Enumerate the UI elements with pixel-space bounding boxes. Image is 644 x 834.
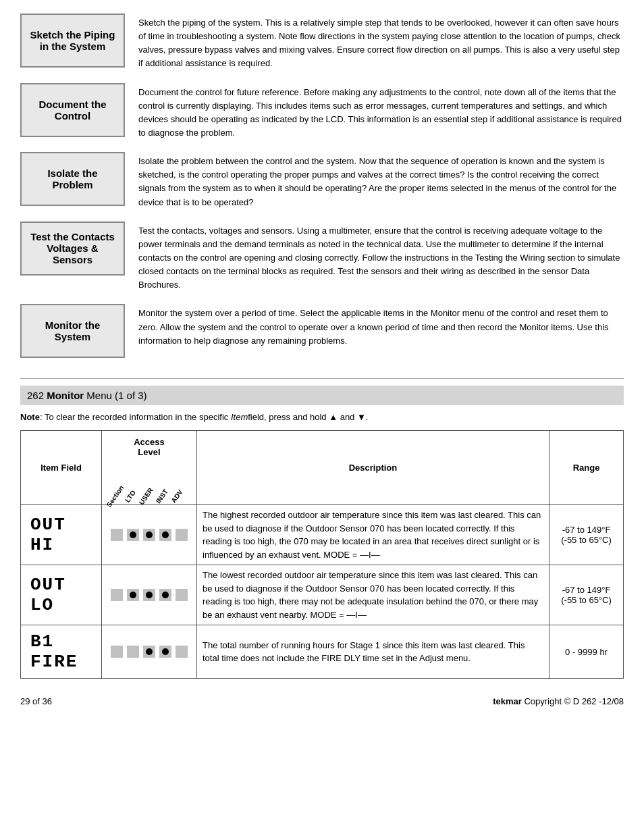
lcd-cell-1: OUT LO [21, 565, 102, 625]
th-item-field: Item Field [21, 431, 102, 505]
access-col-1-row-0 [127, 529, 139, 541]
dot-empty [130, 648, 136, 655]
access-col-2-row-0 [143, 529, 155, 541]
step-row-sketch: Sketch the Piping in the SystemSketch th… [20, 14, 624, 71]
step-box-sketch: Sketch the Piping in the System [20, 14, 125, 68]
monitor-page-num: 262 [27, 390, 44, 401]
desc-cell-1: The lowest recorded outdoor air temperat… [197, 565, 549, 625]
section-divider [20, 378, 624, 379]
steps-section: Sketch the Piping in the SystemSketch th… [20, 14, 624, 358]
dot-empty [113, 648, 120, 655]
range-cell-2: 0 - 9999 hr [549, 625, 624, 679]
step-box-isolate: Isolate the Problem [20, 152, 125, 206]
th-description: Description [197, 431, 549, 505]
access-cell-2 [102, 625, 197, 679]
dot-filled [130, 531, 136, 538]
lcd-cell-2: B1 FIRE [21, 625, 102, 679]
access-col-3-row-0 [159, 529, 171, 541]
step-row-document: Document the ControlDocument the control… [20, 83, 624, 140]
diag-label-inst: INST [155, 488, 169, 504]
diag-wrapper-lto: LTO [127, 458, 140, 498]
dot-filled [146, 648, 153, 655]
note-label: Note [20, 412, 40, 422]
diag-wrapper-section: Section [111, 458, 125, 498]
diag-wrapper-user: USER [142, 458, 156, 498]
step-row-monitor: Monitor the SystemMonitor the system ove… [20, 304, 624, 358]
dot-filled [146, 531, 153, 538]
step-text-isolate: Isolate the problem between the control … [138, 152, 624, 209]
monitor-title-suffix: Menu (1 of 3) [86, 390, 146, 401]
step-box-monitor: Monitor the System [20, 304, 125, 358]
lcd-text-2: B1 FIRE [26, 629, 96, 675]
access-cell-0 [102, 505, 197, 565]
dot-empty [113, 592, 120, 598]
lcd-text-1: OUT LO [26, 572, 96, 618]
access-col-2-row-2 [143, 646, 155, 658]
dot-filled [162, 592, 169, 598]
step-box-document: Document the Control [20, 83, 125, 137]
diag-labels-row: SectionLTOUSERINSTADV [107, 457, 191, 501]
monitor-section: 262 Monitor Menu (1 of 3) Note: To clear… [20, 378, 624, 679]
dot-empty [178, 648, 185, 655]
dot-filled [162, 648, 169, 655]
note-text: : To clear the recorded information in t… [40, 412, 228, 422]
table-body: OUT HIThe highest recorded outdoor air t… [21, 505, 624, 679]
step-text-sketch: Sketch the piping of the system. This is… [138, 14, 624, 71]
step-row-test: Test the Contacts Voltages & SensorsTest… [20, 221, 624, 292]
access-col-4-row-1 [176, 589, 188, 601]
range-label: Range [573, 463, 600, 473]
access-cell-1 [102, 565, 197, 625]
step-text-document: Document the control for future referenc… [138, 83, 624, 140]
note-item: Item [231, 412, 248, 422]
table-row: OUT LOThe lowest recorded outdoor air te… [21, 565, 624, 625]
range-cell-1: -67 to 149°F (-55 to 65°C) [549, 565, 624, 625]
step-box-test: Test the Contacts Voltages & Sensors [20, 221, 125, 276]
diag-wrapper-adv: ADV [173, 458, 187, 498]
access-col-1-row-1 [127, 589, 139, 601]
lcd-cell-0: OUT HI [21, 505, 102, 565]
dot-empty [178, 531, 185, 538]
step-row-isolate: Isolate the ProblemIsolate the problem b… [20, 152, 624, 209]
dots-row-0 [107, 529, 191, 541]
access-col-4-row-2 [176, 646, 188, 658]
access-col-0-row-1 [111, 589, 123, 601]
dots-row-1 [107, 589, 191, 601]
dot-filled [146, 592, 153, 598]
dots-row-2 [107, 646, 191, 658]
brand-name: tekmar [493, 696, 522, 706]
range-cell-0: -67 to 149°F (-55 to 65°C) [549, 505, 624, 565]
access-col-0-row-2 [111, 646, 123, 658]
footer-brand: tekmar Copyright © D 262 -12/08 [493, 696, 624, 706]
monitor-header: 262 Monitor Menu (1 of 3) [20, 386, 624, 405]
table-row: B1 FIREThe total number of running hours… [21, 625, 624, 679]
item-field-label: Item Field [41, 463, 82, 473]
access-col-3-row-2 [159, 646, 171, 658]
desc-cell-2: The total number of running hours for St… [197, 625, 549, 679]
dot-filled [130, 592, 136, 598]
dot-empty [178, 592, 185, 598]
dot-filled [162, 531, 169, 538]
page-footer: 29 of 36 tekmar Copyright © D 262 -12/08 [20, 692, 624, 706]
access-col-0-row-0 [111, 529, 123, 541]
footer-copyright-text: Copyright © D 262 -12/08 [524, 696, 624, 706]
diag-label-adv: ADV [171, 489, 184, 504]
table-header-row: Item Field AccessLevel SectionLTOUSERINS… [21, 431, 624, 505]
monitor-title-bold: Monitor [47, 390, 84, 401]
access-col-2-row-1 [143, 589, 155, 601]
step-text-test: Test the contacts, voltages and sensors.… [138, 221, 624, 292]
lcd-text-0: OUT HI [26, 512, 96, 558]
access-level-label: AccessLevel [134, 434, 165, 457]
monitor-table: Item Field AccessLevel SectionLTOUSERINS… [20, 430, 624, 679]
diag-label-lto: LTO [124, 490, 137, 504]
note-text2: field, press and hold ▲ and ▼. [248, 412, 368, 422]
diag-label-user: USER [138, 487, 155, 506]
th-access-level: AccessLevel SectionLTOUSERINSTADV [102, 431, 197, 505]
th-range: Range [549, 431, 624, 505]
desc-cell-0: The highest recorded outdoor air tempera… [197, 505, 549, 565]
step-text-monitor: Monitor the system over a period of time… [138, 304, 624, 347]
table-row: OUT HIThe highest recorded outdoor air t… [21, 505, 624, 565]
diag-wrapper-inst: INST [158, 458, 171, 498]
footer-page: 29 of 36 [20, 696, 52, 706]
note-line: Note: To clear the recorded information … [20, 412, 624, 422]
description-label: Description [349, 463, 398, 473]
